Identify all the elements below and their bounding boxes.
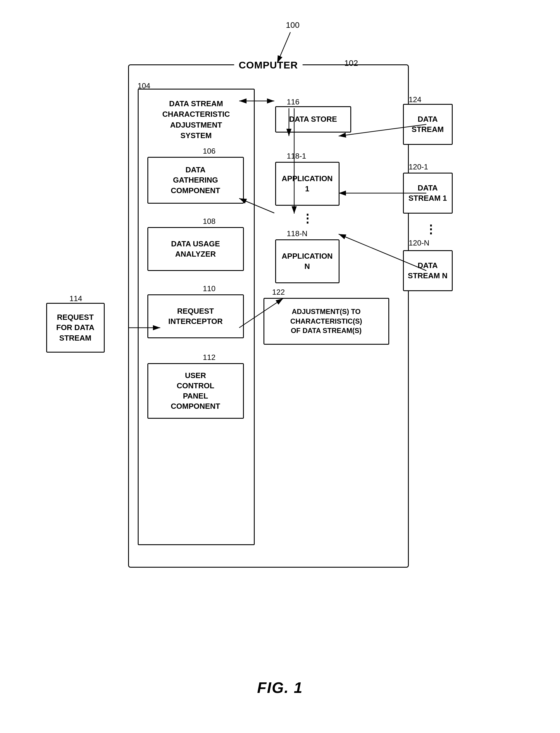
request-interceptor-box: REQUEST INTERCEPTOR bbox=[147, 294, 244, 338]
ref-116: 116 bbox=[287, 97, 299, 106]
dsca-text: DATA STREAMCHARACTERISTICADJUSTMENTSYSTE… bbox=[139, 98, 254, 141]
computer-box: COMPUTER DATA STREAMCHARACTERISTICADJUST… bbox=[128, 64, 409, 568]
data-stream-1-box: DATA STREAM 1 bbox=[403, 173, 453, 214]
ref-118-1: 118-1 bbox=[287, 152, 306, 161]
request-label: REQUEST FOR DATA STREAM bbox=[56, 312, 94, 343]
ref-104: 104 bbox=[138, 81, 150, 90]
data-stream-n-box: DATA STREAM N bbox=[403, 250, 453, 291]
data-gathering-box: DATA GATHERING COMPONENT bbox=[147, 157, 244, 204]
computer-label: COMPUTER bbox=[234, 59, 303, 71]
data-usage-analyzer-box: DATA USAGE ANALYZER bbox=[147, 227, 244, 271]
fig-caption: FIG. 1 bbox=[257, 679, 303, 696]
data-stream-label: DATA STREAM bbox=[412, 114, 444, 135]
data-stream-1-label: DATA STREAM 1 bbox=[409, 183, 447, 203]
dsca-label: DATA STREAMCHARACTERISTICADJUSTMENTSYSTE… bbox=[139, 98, 254, 141]
data-gathering-label: DATA GATHERING COMPONENT bbox=[171, 165, 220, 195]
ref-118-n: 118-N bbox=[287, 229, 308, 238]
application-1-label: APPLICATION 1 bbox=[282, 173, 332, 194]
diagram-wrapper: 100 102 COMPUTER DATA STREAMCHARACTERIST… bbox=[105, 18, 456, 661]
adjustments-label: ADJUSTMENT(S) TO CHARACTERISTIC(S) OF DA… bbox=[290, 307, 362, 335]
ref-106: 106 bbox=[203, 147, 216, 156]
data-store-box: DATA STORE bbox=[275, 106, 351, 132]
ref-112: 112 bbox=[203, 353, 216, 362]
ref-122: 122 bbox=[272, 288, 285, 297]
application-n-label: APPLICATION N bbox=[282, 251, 332, 271]
dsca-box: DATA STREAMCHARACTERISTICADJUSTMENTSYSTE… bbox=[138, 89, 255, 545]
ref-124: 124 bbox=[409, 95, 421, 104]
dots-streams: ⋮ bbox=[425, 222, 437, 236]
ref-114: 114 bbox=[70, 294, 82, 303]
adjustments-box: ADJUSTMENT(S) TO CHARACTERISTIC(S) OF DA… bbox=[263, 298, 389, 345]
user-control-panel-box: USER CONTROL PANEL COMPONENT bbox=[147, 363, 244, 419]
ref-120-n: 120-N bbox=[409, 238, 430, 247]
request-interceptor-label: REQUEST INTERCEPTOR bbox=[168, 306, 223, 326]
request-box: REQUEST FOR DATA STREAM bbox=[46, 303, 105, 352]
data-stream-box: DATA STREAM bbox=[403, 104, 453, 145]
application-1-box: APPLICATION 1 bbox=[275, 162, 340, 206]
data-store-label: DATA STORE bbox=[289, 114, 337, 124]
svg-line-2 bbox=[277, 32, 290, 63]
user-control-panel-label: USER CONTROL PANEL COMPONENT bbox=[171, 371, 220, 412]
dots-apps: ⋮ bbox=[301, 211, 313, 225]
ref-100: 100 bbox=[286, 20, 300, 30]
data-stream-n-label: DATA STREAM N bbox=[408, 260, 448, 281]
ref-110: 110 bbox=[203, 284, 216, 293]
ref-108: 108 bbox=[203, 217, 216, 226]
ref-120-1: 120-1 bbox=[409, 162, 428, 171]
data-usage-analyzer-label: DATA USAGE ANALYZER bbox=[171, 239, 220, 259]
application-n-box: APPLICATION N bbox=[275, 239, 340, 283]
